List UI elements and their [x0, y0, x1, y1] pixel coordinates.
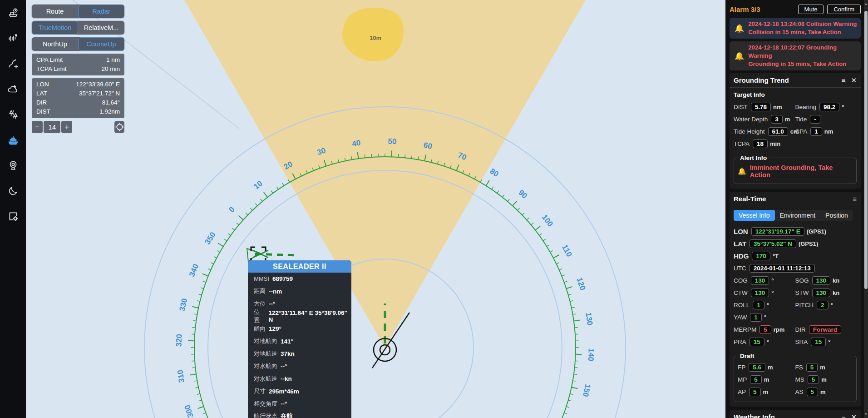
field-value: 1 — [753, 301, 764, 309]
menu-icon[interactable]: ≡ — [853, 195, 857, 202]
field-value: 5.6 — [749, 363, 765, 372]
scroll-down-icon[interactable]: ▼ — [864, 412, 868, 416]
mute-button[interactable]: Mute — [798, 5, 824, 14]
toggle-option-northup[interactable]: NorthUp — [32, 37, 78, 51]
field-label: MS — [795, 376, 804, 383]
tooltip-row: 相交角度--° — [248, 398, 351, 410]
weather-panel-title: Weather Info — [734, 413, 836, 418]
weather-icon[interactable] — [7, 83, 20, 95]
field-label: CPA — [795, 128, 808, 135]
alarm-item[interactable]: 🔔2024-12-18 10:22:07 Grounding WarningGr… — [730, 41, 861, 70]
info-label: LAT — [36, 89, 47, 98]
alarm-item[interactable]: 🔔2024-12-18 13:24:08 Collision WarningCo… — [730, 18, 861, 39]
tab-environment[interactable]: Environment — [775, 210, 821, 221]
tooltip-row: MMSI689759 — [248, 273, 351, 285]
vessel-utc: UTC2024-01-01 11:12:13 — [734, 262, 857, 274]
scroll-up-icon[interactable]: ▲ — [864, 2, 868, 6]
map-settings-icon[interactable] — [7, 210, 20, 223]
vessel-cog: COG130° — [734, 274, 795, 287]
tooltip-row: 对地航向141° — [248, 335, 351, 348]
info-row: DIST1.92nm — [36, 107, 120, 116]
field-unit: m — [768, 364, 773, 371]
compass-degree-label: 0 — [227, 205, 236, 214]
vessel-sra: SRA15° — [795, 336, 857, 348]
tooltip-label: 尺寸 — [254, 387, 266, 395]
realtime-panel-header: Real-Time ≡ — [730, 192, 861, 206]
menu-icon[interactable]: ≡ — [842, 77, 846, 84]
ais-target[interactable] — [247, 247, 298, 262]
scrollbar-thumb[interactable] — [864, 11, 868, 289]
center-ship-button[interactable] — [114, 121, 124, 133]
target-cpa: CPA1nm — [795, 125, 857, 138]
alarm-text: 2024-12-18 13:24:08 Collision WarningCol… — [748, 20, 857, 36]
info-label: DIST — [36, 107, 50, 116]
tooltip-value: 122°31'11.64" E 35°38'9.06" N — [268, 309, 351, 323]
tooltip-row: 对地航速37kn — [248, 348, 351, 360]
alarm-line1: 2024-12-18 13:24:08 Collision Warning — [748, 20, 857, 28]
zoom-out-button[interactable]: − — [32, 121, 43, 133]
alarm-text: 2024-12-18 10:22:07 Grounding WarningGro… — [748, 44, 857, 68]
alarm-line2: Grounding in 15 mins, Take Action — [748, 60, 857, 68]
night-mode-icon[interactable] — [7, 184, 20, 197]
toggle-option-radar[interactable]: Radar — [78, 5, 124, 18]
field-unit: ° — [767, 302, 769, 309]
grounding-trend-panel: Grounding Trend ≡ ✕ Target Info DIST5.78… — [730, 73, 861, 189]
toggle-option-truemotion[interactable]: TrueMotion — [32, 21, 78, 35]
toggle-option-relativem[interactable]: RelativeM... — [78, 21, 124, 35]
field-value: 5 — [806, 363, 818, 372]
realtime-panel: Real-Time ≡ Vessel InfoEnvironmentPositi… — [730, 192, 861, 407]
info-row: TCPA Limit20 min — [36, 65, 120, 74]
crosshair-icon — [115, 123, 124, 131]
field-value: 61.0 — [768, 127, 788, 136]
field-label: Tide — [795, 116, 807, 123]
compass-degree-label: 320 — [174, 334, 183, 347]
radar-map-canvas[interactable]: 10m 010203040506070809010011012013014015… — [26, 0, 725, 418]
close-icon[interactable]: ✕ — [851, 413, 857, 418]
tooltip-label: 艏向 — [254, 325, 266, 333]
field-label: AS — [795, 388, 804, 395]
tab-vessel-info[interactable]: Vessel Info — [734, 210, 775, 221]
channel-buoys-icon[interactable] — [7, 108, 20, 121]
field-value: 5 — [760, 325, 771, 334]
info-value: 81.64° — [102, 98, 120, 107]
confirm-button[interactable]: Confirm — [827, 5, 861, 14]
own-ship-icon[interactable] — [7, 134, 20, 146]
target-tcpa: TCPA18min — [734, 138, 795, 150]
zoom-level: 14 — [44, 121, 60, 133]
right-dock: Alarm 3/3 Mute Confirm 🔔2024-12-18 13:24… — [725, 0, 868, 418]
zoom-in-button[interactable]: + — [61, 121, 72, 133]
field-label: YAW — [734, 314, 747, 321]
field-label: MERPM — [734, 326, 756, 333]
tooltip-value: --° — [281, 363, 287, 370]
tooltip-label: 相交角度 — [254, 400, 277, 408]
compass-degree-label: 40 — [351, 139, 361, 148]
toggle-option-courseup[interactable]: CourseUp — [78, 37, 124, 51]
field-unit: ° — [767, 338, 769, 345]
field-unit: m — [820, 364, 825, 371]
tab-position[interactable]: Position — [820, 210, 853, 221]
menu-icon[interactable]: ≡ — [842, 413, 846, 418]
info-row: CPA Limit1 nm — [36, 55, 120, 65]
draft-mp: MP5m — [738, 373, 795, 386]
field-value: 98.2 — [819, 103, 839, 111]
sound-wave-icon[interactable] — [7, 32, 20, 45]
vessel-dir: DIRForward — [795, 323, 857, 336]
field-value: 5 — [749, 388, 761, 396]
field-unit: m — [764, 376, 769, 383]
close-icon[interactable]: ✕ — [851, 77, 857, 84]
grounding-panel-title: Grounding Trend — [734, 76, 836, 84]
info-row: LAT35°37'21.72" N — [36, 89, 120, 98]
tooltip-row: 距离--nm — [248, 285, 351, 298]
tooltip-value: --nm — [269, 288, 282, 295]
compass-degree-label: 130 — [584, 312, 594, 326]
field-label: DIR — [795, 326, 806, 333]
field-label: PITCH — [795, 302, 814, 309]
toggle-option-route[interactable]: Route — [32, 5, 78, 18]
draft-group: Draft FP5.6mFS5mMP5mMS5mAP5mAS5m — [734, 353, 857, 402]
tooltip-label: 航行状态 — [254, 412, 277, 418]
dock-scrollbar[interactable]: ▲ ▼ — [864, 0, 868, 418]
radar-camera-icon[interactable] — [7, 159, 20, 172]
route-add-icon[interactable] — [7, 57, 20, 70]
ship-schedule-icon[interactable] — [7, 6, 20, 19]
alarm-title: Alarm 3/3 — [730, 5, 794, 13]
